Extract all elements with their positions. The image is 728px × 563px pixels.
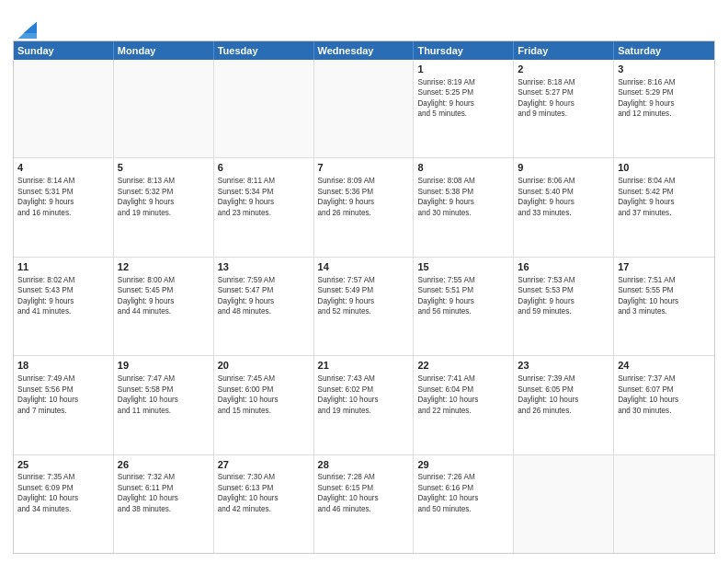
cell-content: Sunrise: 8:11 AMSunset: 5:34 PMDaylight:…: [218, 176, 310, 218]
calendar-cell: 18Sunrise: 7:49 AMSunset: 5:56 PMDayligh…: [14, 356, 114, 454]
calendar-cell: 10Sunrise: 8:04 AMSunset: 5:42 PMDayligh…: [614, 158, 714, 256]
calendar-cell: 25Sunrise: 7:35 AMSunset: 6:09 PMDayligh…: [14, 455, 114, 553]
calendar-header-cell: Saturday: [614, 41, 714, 60]
cell-content: Sunrise: 7:59 AMSunset: 5:47 PMDaylight:…: [218, 275, 310, 317]
cell-content: Sunrise: 7:37 AMSunset: 6:07 PMDaylight:…: [618, 373, 711, 416]
calendar-cell: [614, 455, 714, 553]
cell-content: Sunrise: 7:49 AMSunset: 5:56 PMDaylight:…: [17, 373, 109, 416]
calendar-cell: 14Sunrise: 7:57 AMSunset: 5:49 PMDayligh…: [314, 258, 415, 355]
cell-content: Sunrise: 7:30 AMSunset: 6:13 PMDaylight:…: [218, 472, 310, 514]
calendar-row: 1Sunrise: 8:19 AMSunset: 5:25 PMDaylight…: [14, 60, 714, 158]
day-number: 19: [118, 359, 210, 373]
calendar-row: 11Sunrise: 8:02 AMSunset: 5:43 PMDayligh…: [14, 258, 714, 356]
calendar-cell: 11Sunrise: 8:02 AMSunset: 5:43 PMDayligh…: [14, 258, 114, 355]
day-number: 7: [318, 161, 410, 175]
calendar-cell: 8Sunrise: 8:08 AMSunset: 5:38 PMDaylight…: [414, 158, 514, 256]
svg-marker-2: [24, 22, 37, 33]
calendar-cell: 27Sunrise: 7:30 AMSunset: 6:13 PMDayligh…: [214, 455, 314, 553]
day-number: 24: [618, 359, 711, 373]
cell-content: Sunrise: 8:19 AMSunset: 5:25 PMDaylight:…: [417, 77, 509, 120]
day-number: 25: [17, 458, 109, 472]
day-number: 26: [118, 458, 210, 472]
day-number: 12: [118, 260, 210, 274]
day-number: 4: [17, 161, 109, 175]
calendar-cell: 9Sunrise: 8:06 AMSunset: 5:40 PMDaylight…: [514, 158, 614, 256]
calendar-body: 1Sunrise: 8:19 AMSunset: 5:25 PMDaylight…: [14, 60, 714, 553]
day-number: 3: [618, 63, 711, 76]
calendar-row: 18Sunrise: 7:49 AMSunset: 5:56 PMDayligh…: [14, 356, 714, 454]
calendar-cell: [114, 60, 214, 157]
calendar-cell: 3Sunrise: 8:16 AMSunset: 5:29 PMDaylight…: [614, 60, 714, 157]
calendar-header: SundayMondayTuesdayWednesdayThursdayFrid…: [14, 41, 714, 60]
cell-content: Sunrise: 7:47 AMSunset: 5:58 PMDaylight:…: [118, 373, 210, 416]
day-number: 20: [218, 359, 310, 373]
cell-content: Sunrise: 7:35 AMSunset: 6:09 PMDaylight:…: [17, 472, 109, 514]
cell-content: Sunrise: 8:13 AMSunset: 5:32 PMDaylight:…: [118, 176, 210, 218]
day-number: 21: [318, 359, 410, 373]
calendar-cell: [214, 60, 314, 157]
cell-content: Sunrise: 8:06 AMSunset: 5:40 PMDaylight:…: [518, 176, 609, 218]
calendar-cell: [314, 60, 415, 157]
day-number: 2: [518, 63, 609, 76]
logo-icon: [17, 13, 37, 39]
calendar-cell: 4Sunrise: 8:14 AMSunset: 5:31 PMDaylight…: [14, 158, 114, 256]
cell-content: Sunrise: 7:53 AMSunset: 5:53 PMDaylight:…: [518, 275, 609, 317]
calendar-header-cell: Thursday: [414, 41, 514, 60]
cell-content: Sunrise: 8:18 AMSunset: 5:27 PMDaylight:…: [518, 77, 609, 120]
cell-content: Sunrise: 8:08 AMSunset: 5:38 PMDaylight:…: [417, 176, 509, 218]
calendar-cell: [14, 60, 114, 157]
day-number: 6: [218, 161, 310, 175]
logo: [13, 13, 37, 39]
calendar-cell: 29Sunrise: 7:26 AMSunset: 6:16 PMDayligh…: [414, 455, 514, 553]
cell-content: Sunrise: 8:16 AMSunset: 5:29 PMDaylight:…: [618, 77, 711, 120]
cell-content: Sunrise: 7:28 AMSunset: 6:15 PMDaylight:…: [318, 472, 410, 514]
day-number: 22: [417, 359, 509, 373]
calendar-header-cell: Monday: [114, 41, 214, 60]
cell-content: Sunrise: 7:39 AMSunset: 6:05 PMDaylight:…: [518, 373, 609, 416]
day-number: 15: [417, 260, 509, 274]
cell-content: Sunrise: 8:09 AMSunset: 5:36 PMDaylight:…: [318, 176, 410, 218]
calendar-cell: 21Sunrise: 7:43 AMSunset: 6:02 PMDayligh…: [314, 356, 415, 454]
calendar-cell: 7Sunrise: 8:09 AMSunset: 5:36 PMDaylight…: [314, 158, 415, 256]
calendar-cell: 26Sunrise: 7:32 AMSunset: 6:11 PMDayligh…: [114, 455, 214, 553]
cell-content: Sunrise: 7:57 AMSunset: 5:49 PMDaylight:…: [318, 275, 410, 317]
calendar-cell: 24Sunrise: 7:37 AMSunset: 6:07 PMDayligh…: [614, 356, 714, 454]
calendar-cell: [514, 455, 614, 553]
calendar-cell: 5Sunrise: 8:13 AMSunset: 5:32 PMDaylight…: [114, 158, 214, 256]
page: SundayMondayTuesdayWednesdayThursdayFrid…: [0, 0, 728, 563]
day-number: 5: [118, 161, 210, 175]
calendar-header-cell: Wednesday: [314, 41, 415, 60]
day-number: 28: [318, 458, 410, 472]
day-number: 8: [417, 161, 509, 175]
calendar-row: 4Sunrise: 8:14 AMSunset: 5:31 PMDaylight…: [14, 158, 714, 257]
day-number: 13: [218, 260, 310, 274]
calendar-cell: 19Sunrise: 7:47 AMSunset: 5:58 PMDayligh…: [114, 356, 214, 454]
cell-content: Sunrise: 7:26 AMSunset: 6:16 PMDaylight:…: [417, 472, 509, 514]
calendar: SundayMondayTuesdayWednesdayThursdayFrid…: [13, 40, 715, 554]
day-number: 10: [618, 161, 711, 175]
cell-content: Sunrise: 7:55 AMSunset: 5:51 PMDaylight:…: [417, 275, 509, 317]
calendar-cell: 12Sunrise: 8:00 AMSunset: 5:45 PMDayligh…: [114, 258, 214, 355]
day-number: 9: [518, 161, 609, 175]
cell-content: Sunrise: 8:14 AMSunset: 5:31 PMDaylight:…: [17, 176, 109, 218]
calendar-cell: 2Sunrise: 8:18 AMSunset: 5:27 PMDaylight…: [514, 60, 614, 157]
cell-content: Sunrise: 7:51 AMSunset: 5:55 PMDaylight:…: [618, 275, 711, 317]
calendar-header-cell: Tuesday: [214, 41, 314, 60]
day-number: 14: [318, 260, 410, 274]
day-number: 1: [417, 63, 509, 76]
header: [13, 9, 715, 39]
calendar-cell: 16Sunrise: 7:53 AMSunset: 5:53 PMDayligh…: [514, 258, 614, 355]
day-number: 16: [518, 260, 609, 274]
day-number: 11: [17, 260, 109, 274]
calendar-cell: 23Sunrise: 7:39 AMSunset: 6:05 PMDayligh…: [514, 356, 614, 454]
cell-content: Sunrise: 7:41 AMSunset: 6:04 PMDaylight:…: [417, 373, 509, 416]
calendar-cell: 22Sunrise: 7:41 AMSunset: 6:04 PMDayligh…: [414, 356, 514, 454]
calendar-cell: 6Sunrise: 8:11 AMSunset: 5:34 PMDaylight…: [214, 158, 314, 256]
day-number: 27: [218, 458, 310, 472]
calendar-cell: 17Sunrise: 7:51 AMSunset: 5:55 PMDayligh…: [614, 258, 714, 355]
calendar-cell: 20Sunrise: 7:45 AMSunset: 6:00 PMDayligh…: [214, 356, 314, 454]
calendar-cell: 1Sunrise: 8:19 AMSunset: 5:25 PMDaylight…: [414, 60, 514, 157]
cell-content: Sunrise: 7:45 AMSunset: 6:00 PMDaylight:…: [218, 373, 310, 416]
calendar-cell: 15Sunrise: 7:55 AMSunset: 5:51 PMDayligh…: [414, 258, 514, 355]
cell-content: Sunrise: 8:00 AMSunset: 5:45 PMDaylight:…: [118, 275, 210, 317]
